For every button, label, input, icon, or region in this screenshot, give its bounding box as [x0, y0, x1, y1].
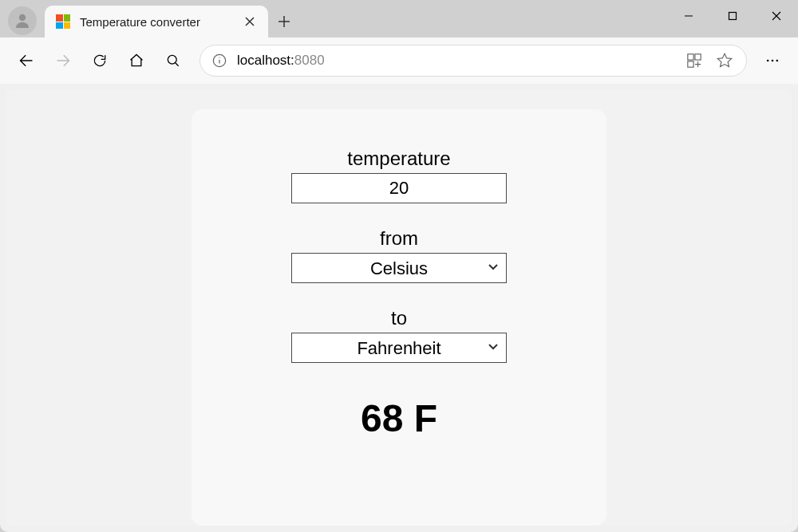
- new-tab-button[interactable]: [268, 6, 300, 37]
- to-label: to: [391, 307, 407, 329]
- from-group: from Celsius: [291, 227, 507, 283]
- to-select[interactable]: Fahrenheit: [291, 333, 507, 363]
- more-button[interactable]: [757, 45, 788, 77]
- maximize-button[interactable]: [710, 0, 754, 32]
- forward-button[interactable]: [46, 44, 80, 77]
- svg-point-0: [19, 14, 26, 21]
- collections-icon[interactable]: [684, 50, 705, 71]
- temperature-label: temperature: [347, 148, 450, 170]
- page-content: temperature from Celsius to: [6, 90, 792, 526]
- temperature-group: temperature: [291, 148, 507, 203]
- tab-active[interactable]: Temperature converter: [45, 6, 268, 37]
- search-button[interactable]: [156, 44, 190, 77]
- url-text: localhost:8080: [237, 53, 674, 69]
- back-button[interactable]: [10, 44, 43, 77]
- window-controls: [666, 0, 798, 32]
- svg-point-2: [168, 55, 176, 64]
- profile-icon[interactable]: [8, 6, 37, 35]
- close-window-button[interactable]: [754, 0, 798, 32]
- svg-rect-6: [688, 61, 693, 67]
- url-port: 8080: [294, 53, 325, 68]
- favicon-ms-logo: [56, 14, 70, 29]
- from-label: from: [380, 227, 418, 250]
- temperature-input[interactable]: [291, 173, 507, 203]
- close-tab-button[interactable]: [243, 14, 257, 29]
- address-bar[interactable]: localhost:8080: [200, 45, 747, 77]
- svg-rect-4: [688, 54, 693, 60]
- refresh-button[interactable]: [83, 44, 117, 77]
- svg-point-9: [776, 60, 779, 62]
- minimize-button[interactable]: [666, 0, 710, 32]
- toolbar: localhost:8080: [0, 37, 798, 84]
- tab-title: Temperature converter: [80, 15, 243, 29]
- viewport: temperature from Celsius to: [0, 84, 798, 532]
- svg-rect-1: [729, 13, 736, 20]
- svg-point-8: [772, 60, 774, 62]
- favorite-icon[interactable]: [714, 50, 735, 71]
- result-text: 68 F: [361, 396, 437, 440]
- from-select[interactable]: Celsius: [291, 253, 507, 283]
- titlebar: Temperature converter: [0, 0, 798, 37]
- site-info-icon[interactable]: [211, 53, 227, 69]
- converter-card: temperature from Celsius to: [192, 109, 606, 526]
- to-group: to Fahrenheit: [291, 307, 507, 363]
- url-host: localhost:: [237, 53, 294, 68]
- svg-point-7: [767, 60, 769, 62]
- svg-rect-5: [695, 54, 701, 60]
- home-button[interactable]: [120, 44, 153, 77]
